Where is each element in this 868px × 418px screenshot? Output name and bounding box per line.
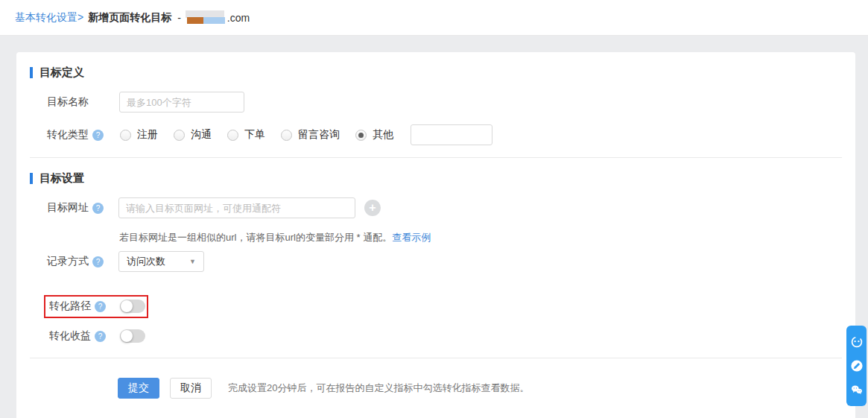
floating-help-toolbar: [846, 326, 867, 406]
breadcrumb-separator: -: [177, 12, 181, 24]
conversion-type-row: 转化类型 ? 注册 沟通 下单 留言咨询 其他: [47, 124, 492, 145]
conversion-revenue-toggle[interactable]: [120, 329, 145, 343]
radio-other[interactable]: 其他: [355, 128, 393, 142]
censored-domain-blur: [186, 10, 227, 25]
hint-text: 若目标网址是一组相似的url，请将目标url的变量部分用 * 通配。: [119, 232, 392, 243]
goal-name-input[interactable]: [119, 92, 244, 113]
section-accent-bar: [30, 67, 33, 78]
radio-circle: [120, 130, 131, 141]
section-title: 目标定义: [39, 66, 84, 80]
page-title: 新增页面转化目标: [88, 11, 171, 25]
toggle-knob: [121, 330, 133, 342]
section-goal-definition: 目标定义: [30, 66, 84, 80]
breadcrumb-link-basic-conversion-settings[interactable]: 基本转化设置>: [15, 11, 83, 25]
feedback-pencil-icon[interactable]: [850, 359, 864, 373]
customer-service-icon[interactable]: [850, 335, 864, 349]
conversion-path-row: 转化路径 ?: [49, 300, 145, 313]
conversion-type-label: 转化类型: [47, 128, 89, 142]
conversion-revenue-row: 转化收益 ?: [49, 329, 145, 343]
record-method-dropdown[interactable]: 访问次数 ▼: [118, 251, 204, 272]
blur-block-blue: [203, 17, 225, 24]
conversion-path-toggle[interactable]: [120, 300, 145, 313]
section-divider: [30, 358, 842, 358]
breadcrumb-bar: 基本转化设置> 新增页面转化目标 - .com: [0, 0, 868, 36]
cancel-button[interactable]: 取消: [170, 378, 212, 399]
conversion-goal-form-panel: 目标定义 目标名称 转化类型 ? 注册 沟通 下单 留言咨询: [16, 52, 855, 418]
radio-circle: [227, 130, 238, 141]
view-example-link[interactable]: 查看示例: [392, 232, 431, 243]
dropdown-selected-value: 访问次数: [127, 255, 165, 268]
target-url-label: 目标网址: [47, 201, 89, 215]
blur-block-orange: [187, 17, 203, 24]
goal-name-row: 目标名称: [47, 92, 244, 113]
submit-hint-text: 完成设置20分钟后，可在报告的自定义指标中勾选转化指标查看数据。: [228, 381, 529, 395]
section-goal-settings: 目标设置: [30, 171, 84, 186]
target-url-input[interactable]: [118, 197, 355, 218]
form-actions-row: 提交 取消 完成设置20分钟后，可在报告的自定义指标中勾选转化指标查看数据。: [118, 378, 529, 399]
conversion-type-radio-group: 注册 沟通 下单 留言咨询 其他: [120, 124, 492, 145]
help-icon[interactable]: ?: [92, 130, 104, 141]
target-url-row: 目标网址 ? +: [47, 197, 381, 218]
help-icon[interactable]: ?: [92, 256, 104, 267]
domain-suffix: .com: [227, 12, 250, 24]
add-url-button[interactable]: +: [364, 200, 381, 216]
radio-communicate[interactable]: 沟通: [174, 128, 212, 142]
section-divider: [30, 157, 842, 158]
toggle-knob: [121, 300, 133, 312]
radio-circle: [174, 130, 185, 141]
chevron-down-icon: ▼: [189, 258, 196, 265]
radio-message-consult[interactable]: 留言咨询: [281, 128, 340, 142]
radio-register[interactable]: 注册: [120, 128, 158, 142]
help-icon[interactable]: ?: [92, 203, 104, 214]
url-wildcard-hint: 若目标网址是一组相似的url，请将目标url的变量部分用 * 通配。查看示例: [119, 231, 431, 244]
radio-circle: [281, 130, 292, 141]
record-method-label: 记录方式: [47, 255, 89, 268]
section-accent-bar: [30, 173, 33, 184]
wechat-icon[interactable]: [850, 383, 864, 396]
conversion-revenue-label: 转化收益: [49, 329, 91, 343]
conversion-path-label: 转化路径: [49, 300, 91, 313]
submit-button[interactable]: 提交: [118, 378, 159, 399]
other-type-input[interactable]: [411, 124, 492, 145]
goal-name-label: 目标名称: [47, 95, 89, 109]
radio-order[interactable]: 下单: [227, 128, 265, 142]
help-icon[interactable]: ?: [95, 331, 106, 342]
radio-circle: [355, 130, 367, 141]
help-icon[interactable]: ?: [95, 301, 106, 312]
record-method-row: 记录方式 ? 访问次数 ▼: [47, 251, 204, 272]
section-title: 目标设置: [39, 171, 84, 186]
